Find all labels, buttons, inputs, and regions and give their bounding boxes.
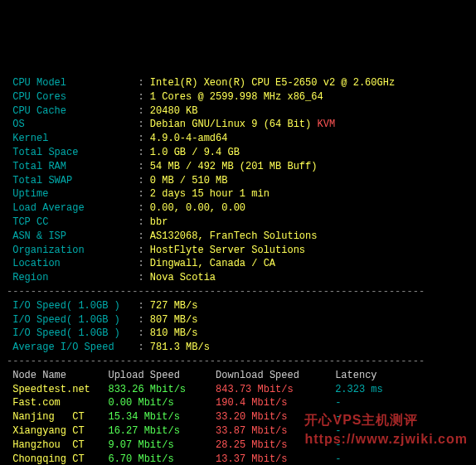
sysinfo-row: Location : Dingwall, Canada / CA <box>7 258 275 269</box>
io-row: Average I/O Speed : 781.3 MB/s <box>7 341 210 353</box>
speedtest-row: Chongqing CT 6.70 Mbit/s 13.37 Mbit/s - <box>7 453 341 465</box>
latency: 2.323 ms <box>335 384 383 395</box>
label: Total RAM <box>12 161 66 172</box>
sysinfo-row: CPU Cores : 1 Cores @ 2599.998 MHz x86_6… <box>7 91 323 103</box>
node: Chongqing CT <box>12 453 90 465</box>
latency: - <box>335 397 341 409</box>
value: bbr <box>150 216 168 228</box>
sysinfo-row: Total RAM : 54 MB / 492 MB (201 MB Buff) <box>7 161 317 172</box>
value: 0.00, 0.00, 0.00 <box>150 202 245 214</box>
node: Speedtest.net <box>12 384 90 395</box>
label: CPU Model <box>12 77 66 89</box>
download: 28.25 Mbit/s <box>216 439 294 451</box>
upload: 16.27 Mbit/s <box>108 425 186 437</box>
value: 727 MB/s <box>150 300 198 312</box>
io-row: I/O Speed( 1.0GB ) : 810 MB/s <box>7 327 197 339</box>
value: 4.9.0-4-amd64 <box>150 133 228 144</box>
sysinfo-row: TCP CC : bbr <box>7 216 168 228</box>
speedtest-header: Node Name Upload Speed Download Speed La… <box>7 370 377 381</box>
label: TCP CC <box>12 216 48 228</box>
col-upload: Upload Speed <box>108 370 179 381</box>
value: Nova Scotia <box>150 272 216 283</box>
value: Intel(R) Xeon(R) CPU E5-2650 v2 @ 2.60GH… <box>150 77 395 89</box>
latency: - <box>335 453 341 465</box>
upload: 833.26 Mbit/s <box>108 384 186 395</box>
kvm-tag: KVM <box>317 119 335 130</box>
download: 13.37 Mbit/s <box>216 453 294 465</box>
io-row: I/O Speed( 1.0GB ) : 807 MB/s <box>7 314 197 326</box>
value: Dingwall, Canada / CA <box>150 258 275 269</box>
node: Nanjing CT <box>12 411 90 423</box>
label: Total Space <box>12 147 78 158</box>
label: Region <box>12 272 48 283</box>
label: I/O Speed( 1.0GB ) <box>12 300 120 312</box>
value: 54 MB / 492 MB (201 MB Buff) <box>150 161 318 172</box>
label: I/O Speed( 1.0GB ) <box>12 314 120 326</box>
sysinfo-row: CPU Cache : 20480 KB <box>7 105 197 117</box>
io-row: I/O Speed( 1.0GB ) : 727 MB/s <box>7 300 197 312</box>
label: Load Average <box>12 202 84 214</box>
value: 1.0 GB / 9.4 GB <box>150 147 240 158</box>
download: 33.20 Mbit/s <box>216 411 294 423</box>
sysinfo-row: Load Average : 0.00, 0.00, 0.00 <box>7 202 245 214</box>
value: 0 MB / 510 MB <box>150 175 228 186</box>
divider: ----------------------------------------… <box>7 286 425 298</box>
label: Uptime <box>12 188 48 200</box>
sysinfo-row: Region : Nova Scotia <box>7 272 216 283</box>
speedtest-row: Fast.com 0.00 Mbit/s 190.4 Mbit/s - <box>7 397 341 409</box>
upload: 0.00 Mbit/s <box>108 397 186 409</box>
upload: 6.70 Mbit/s <box>108 453 186 465</box>
sysinfo-row: OS : Debian GNU/Linux 9 (64 Bit) KVM <box>7 119 335 130</box>
value: 2 days 15 hour 1 min <box>150 188 270 200</box>
label: OS <box>12 119 24 130</box>
speedtest-row: Nanjing CT 15.34 Mbit/s 33.20 Mbit/s - <box>7 411 341 423</box>
label: Average I/O Speed <box>12 341 114 353</box>
col-download: Download Speed <box>216 370 299 381</box>
col-latency: Latency <box>335 370 376 381</box>
value: HostFlyte Server Solutions <box>150 245 305 256</box>
sysinfo-row: Organization : HostFlyte Server Solution… <box>7 245 305 256</box>
node: Fast.com <box>12 397 90 409</box>
sysinfo-row: Kernel : 4.9.0-4-amd64 <box>7 133 227 144</box>
download: 33.87 Mbit/s <box>216 425 294 437</box>
sysinfo-row: Total SWAP : 0 MB / 510 MB <box>7 175 227 186</box>
upload: 9.07 Mbit/s <box>108 439 186 451</box>
sysinfo-row: CPU Model : Intel(R) Xeon(R) CPU E5-2650… <box>7 77 395 89</box>
label: Organization <box>12 245 84 256</box>
value: 807 MB/s <box>150 314 198 326</box>
node: Xiangyang CT <box>12 425 90 437</box>
label: ASN & ISP <box>12 230 66 242</box>
label: CPU Cache <box>12 105 66 117</box>
speedtest-row: Xiangyang CT 16.27 Mbit/s 33.87 Mbit/s - <box>7 425 341 437</box>
col-node: Node Name <box>12 370 66 381</box>
speedtest-row: Speedtest.net 833.26 Mbit/s 843.73 Mbit/… <box>7 384 383 395</box>
divider: ----------------------------------------… <box>7 356 425 367</box>
node: Hangzhou CT <box>12 439 90 451</box>
label: Total SWAP <box>12 175 72 186</box>
upload: 15.34 Mbit/s <box>108 411 186 423</box>
label: Kernel <box>12 133 48 144</box>
download: 843.73 Mbit/s <box>216 384 294 395</box>
sysinfo-row: Total Space : 1.0 GB / 9.4 GB <box>7 147 240 158</box>
value: 781.3 MB/s <box>150 341 210 353</box>
download: 190.4 Mbit/s <box>216 397 294 409</box>
label: CPU Cores <box>12 91 66 103</box>
label: Location <box>12 258 61 269</box>
sysinfo-row: ASN & ISP : AS132068, FranTech Solutions <box>7 230 317 242</box>
value: Debian GNU/Linux 9 (64 Bit) <box>150 119 318 130</box>
watermark: 开心VPS主机测评 https://www.zjwiki.com <box>304 411 468 448</box>
speedtest-row: Hangzhou CT 9.07 Mbit/s 28.25 Mbit/s - <box>7 439 341 451</box>
sysinfo-row: Uptime : 2 days 15 hour 1 min <box>7 188 270 200</box>
value: 1 Cores @ 2599.998 MHz x86_64 <box>150 91 323 103</box>
value: 20480 KB <box>150 105 198 117</box>
value: AS132068, FranTech Solutions <box>150 230 318 242</box>
terminal-output: CPU Model : Intel(R) Xeon(R) CPU E5-2650… <box>7 62 469 465</box>
label: I/O Speed( 1.0GB ) <box>12 327 120 339</box>
value: 810 MB/s <box>150 327 198 339</box>
